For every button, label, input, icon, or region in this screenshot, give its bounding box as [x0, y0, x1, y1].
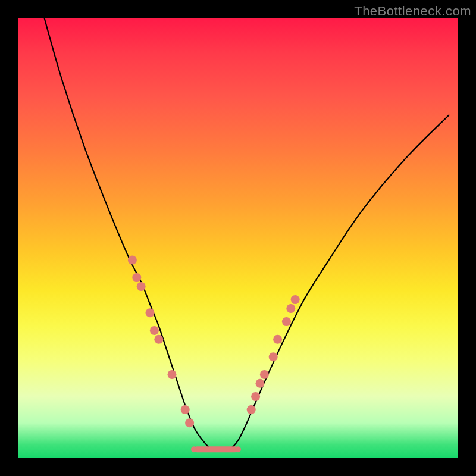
data-point	[273, 335, 282, 344]
flat-segment	[194, 446, 238, 452]
markers-right-group	[247, 295, 300, 414]
data-point	[132, 273, 141, 282]
data-point	[181, 405, 190, 414]
curve-group	[44, 18, 449, 450]
data-point	[282, 317, 291, 326]
data-point	[247, 405, 256, 414]
data-point	[137, 282, 146, 291]
data-point	[256, 379, 265, 388]
flat-segment-cap	[235, 446, 241, 452]
data-point	[146, 308, 155, 317]
data-point	[286, 304, 295, 313]
data-point	[260, 370, 269, 379]
bottom-bar-group	[191, 446, 241, 452]
watermark-text: TheBottleneck.com	[354, 4, 471, 19]
plot-area	[18, 18, 458, 458]
bottleneck-curve	[44, 18, 449, 450]
chart-frame: TheBottleneck.com	[0, 0, 476, 476]
data-point	[154, 335, 163, 344]
chart-svg	[18, 18, 458, 458]
data-point	[269, 352, 278, 361]
data-point	[128, 256, 137, 265]
data-point	[251, 392, 260, 401]
data-point	[185, 418, 194, 427]
data-point	[168, 370, 177, 379]
data-point	[150, 326, 159, 335]
data-point	[291, 295, 300, 304]
flat-segment-cap	[191, 446, 197, 452]
